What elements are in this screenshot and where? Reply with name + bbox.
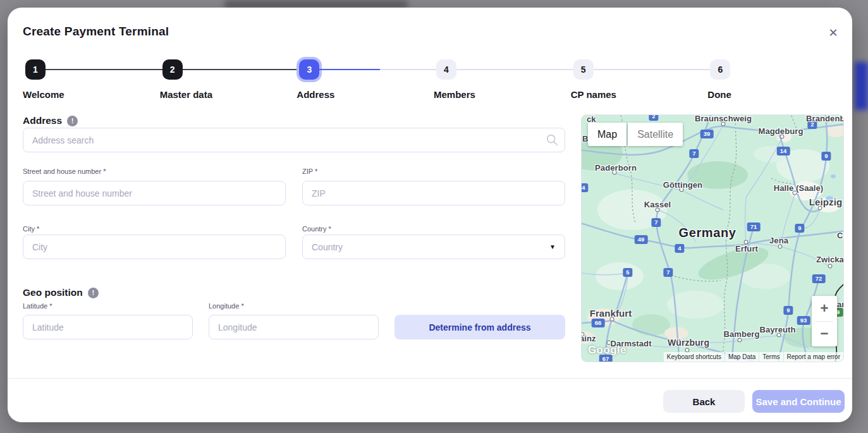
- close-icon[interactable]: ✕: [823, 23, 843, 43]
- step-cp-names[interactable]: 5 CP names: [573, 59, 711, 100]
- city-label: City *: [23, 225, 39, 233]
- step-connector: [319, 69, 436, 70]
- map-attribution: Keyboard shortcuts Map Data Terms Report…: [664, 352, 843, 362]
- map-city-label: ar: [837, 300, 843, 309]
- map-city-label: Braunschweig: [695, 115, 752, 123]
- map-city-label: Paderborn: [595, 163, 637, 173]
- step-done[interactable]: 6 Done: [710, 59, 847, 100]
- step-label: Done: [707, 89, 847, 100]
- map-road-shield: 2: [649, 115, 658, 121]
- map-view-button[interactable]: Map: [588, 123, 627, 146]
- address-section-title: Address: [23, 115, 62, 126]
- map-city-label: Göttingen: [663, 180, 702, 190]
- info-icon[interactable]: !: [67, 116, 78, 126]
- map-road-shield: 39: [700, 130, 714, 138]
- zoom-out-button[interactable]: −: [812, 322, 837, 347]
- map-city-label: Kassel: [644, 200, 671, 209]
- map-data-link[interactable]: Map Data: [725, 352, 759, 362]
- map-road-shield: 4: [582, 183, 589, 192]
- map-road-shield: 66: [592, 319, 605, 327]
- map-city-dot: [828, 264, 833, 269]
- keyboard-shortcuts-link[interactable]: Keyboard shortcuts: [664, 352, 724, 362]
- step-badge: 6: [710, 59, 730, 80]
- map-road-shield: 93: [797, 316, 810, 325]
- step-badge: 1: [25, 59, 46, 80]
- map-city-label: Chemnitz: [837, 231, 843, 240]
- report-map-error-link[interactable]: Report a map error: [784, 352, 843, 362]
- step-welcome[interactable]: 1 Welcome: [25, 59, 162, 100]
- terms-link[interactable]: Terms: [759, 352, 783, 362]
- country-label: Country *: [302, 225, 331, 233]
- determine-from-address-button[interactable]: Determine from address: [394, 315, 565, 339]
- step-badge: 2: [162, 59, 183, 80]
- map-road-shield: 9: [783, 306, 793, 315]
- save-and-continue-button[interactable]: Save and Continue: [752, 390, 845, 413]
- step-badge: 5: [573, 59, 594, 80]
- map-city-label: Erfurt: [735, 244, 758, 253]
- map-city-label: Bamberg: [723, 329, 759, 339]
- map-city-label: Würzburg: [668, 338, 709, 348]
- map-city-dot: [778, 245, 783, 249]
- step-address[interactable]: 3 Address: [299, 59, 436, 100]
- map-road-shield: 5: [623, 268, 632, 277]
- country-select[interactable]: Country ▼: [302, 235, 565, 259]
- city-input[interactable]: [23, 235, 286, 259]
- map-city-label: Halle (Saale): [774, 183, 824, 193]
- map-city-label: Brandenburg: [806, 115, 843, 123]
- dialog-title: Create Payment Terminal: [23, 25, 169, 39]
- zoom-in-button[interactable]: +: [812, 296, 837, 321]
- map-city-label: Jena: [769, 236, 788, 245]
- step-master-data[interactable]: 2 Master data: [162, 59, 300, 100]
- geo-section-title: Geo position: [23, 287, 83, 298]
- map-country-label: Germany: [679, 226, 737, 240]
- info-icon[interactable]: !: [88, 288, 99, 298]
- step-connector: [46, 69, 162, 70]
- longitude-input[interactable]: [209, 315, 379, 339]
- map-city-label: Frankfurt: [590, 308, 632, 319]
- map-road-shield: 71: [747, 223, 761, 231]
- map-zoom-control: + −: [812, 296, 837, 346]
- map-road-shield: 4: [675, 244, 684, 253]
- longitude-label: Longitude *: [209, 302, 244, 310]
- map-road-shield: 14: [777, 147, 790, 156]
- back-button[interactable]: Back: [663, 390, 745, 413]
- street-label: Street and house number *: [23, 168, 106, 175]
- step-label: Members: [434, 89, 573, 100]
- google-logo[interactable]: Google: [588, 344, 627, 357]
- map-labels-layer: 23927149477194945772966934967ckBraunschw…: [582, 115, 843, 362]
- step-label: Welcome: [23, 89, 162, 100]
- step-badge: 3: [299, 59, 319, 80]
- map-city-label: Mainz: [582, 334, 596, 343]
- footer-divider: [8, 378, 852, 379]
- zip-input[interactable]: [302, 181, 565, 205]
- satellite-view-button[interactable]: Satellite: [628, 123, 683, 146]
- step-connector: [456, 69, 573, 70]
- map-road-shield: 7: [651, 218, 661, 227]
- step-badge: 4: [436, 59, 456, 80]
- map-road-shield: 72: [812, 274, 826, 283]
- wizard-stepper: 1 Welcome 2 Master data 3 Address 4 Memb…: [25, 59, 847, 100]
- map-road-shield: 7: [663, 268, 673, 277]
- map-city-label: Magdeburg: [759, 126, 804, 136]
- chevron-down-icon: ▼: [549, 243, 556, 250]
- zip-label: ZIP *: [302, 168, 317, 175]
- google-map[interactable]: 23927149477194945772966934967ckBraunschw…: [582, 115, 843, 362]
- step-connector: [183, 69, 300, 70]
- map-city-label: Bayreuth: [759, 325, 795, 334]
- country-select-placeholder: Country: [312, 242, 343, 252]
- street-input[interactable]: [23, 181, 286, 205]
- map-city-label: Leipzig: [809, 197, 842, 207]
- step-connector: [594, 69, 711, 70]
- step-label: Address: [296, 89, 436, 100]
- map-city-dot: [738, 338, 742, 343]
- address-section-header: Address !: [23, 115, 78, 126]
- step-label: Master data: [160, 89, 300, 100]
- map-road-shield: 49: [635, 235, 648, 244]
- map-road-shield: 7: [689, 149, 699, 158]
- address-search-input[interactable]: [23, 128, 565, 152]
- step-members[interactable]: 4 Members: [436, 59, 573, 100]
- latitude-label: Latitude *: [23, 302, 52, 310]
- map-road-shield: 9: [821, 152, 831, 161]
- latitude-input[interactable]: [23, 315, 193, 339]
- geo-section-header: Geo position !: [23, 287, 99, 298]
